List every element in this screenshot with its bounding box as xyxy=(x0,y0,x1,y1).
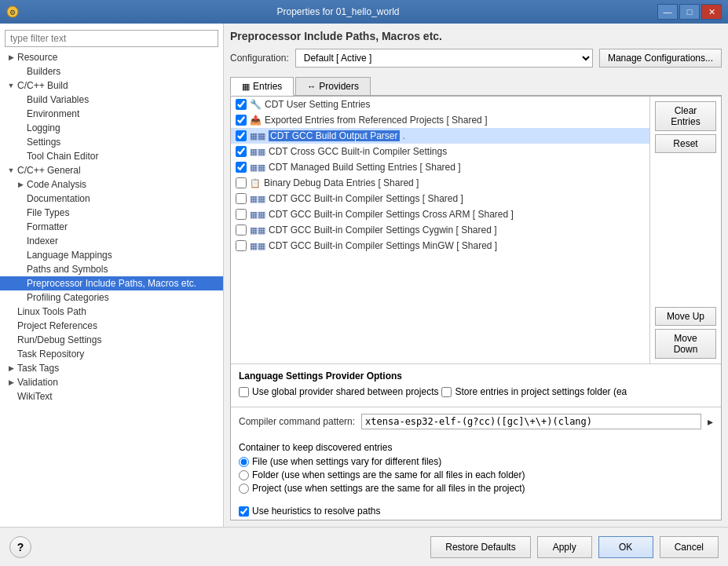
entry-item-e10[interactable]: ▦▦ CDT GCC Built-in Compiler Settings Mi… xyxy=(231,238,649,254)
main-content: ▶ResourceBuilders▼C/C++ BuildBuild Varia… xyxy=(0,24,728,527)
entry-checkbox-e6[interactable] xyxy=(236,177,247,188)
sidebar-item-indexer[interactable]: Indexer xyxy=(0,234,223,248)
tree-label: Language Mappings xyxy=(27,250,112,261)
heuristics-checkbox[interactable] xyxy=(239,506,249,517)
sidebar-item-documentation[interactable]: Documentation xyxy=(0,192,223,206)
move-up-button[interactable]: Move Up xyxy=(655,307,716,326)
sidebar-item-project-references[interactable]: Project References xyxy=(0,319,223,333)
cancel-button[interactable]: Cancel xyxy=(660,536,719,558)
entry-icon: ▦▦ xyxy=(250,131,265,141)
reset-button[interactable]: Reset xyxy=(655,134,716,153)
sidebar-item-linux-tools-path[interactable]: Linux Tools Path xyxy=(0,305,223,319)
clear-entries-button[interactable]: Clear Entries xyxy=(655,101,716,131)
tree-label: WikiText xyxy=(17,391,53,402)
panel-title: Preprocessor Include Paths, Macros etc. xyxy=(230,30,722,42)
entry-item-e9[interactable]: ▦▦ CDT GCC Built-in Compiler Settings Cy… xyxy=(231,222,649,238)
entry-item-e8[interactable]: ▦▦ CDT GCC Built-in Compiler Settings Cr… xyxy=(231,206,649,222)
sidebar-item-resource[interactable]: ▶Resource xyxy=(0,50,223,64)
tree-label: Task Repository xyxy=(17,349,84,360)
expand-icon: ▼ xyxy=(6,166,16,174)
sidebar-item-cpp-build[interactable]: ▼C/C++ Build xyxy=(0,79,223,93)
ok-button[interactable]: OK xyxy=(598,536,653,558)
sidebar-item-file-types[interactable]: File Types xyxy=(0,206,223,220)
entries-tab-label: Entries xyxy=(253,81,282,92)
entry-checkbox-e9[interactable] xyxy=(236,225,247,236)
expand-icon: ▶ xyxy=(6,378,16,386)
entry-checkbox-e1[interactable] xyxy=(236,99,247,110)
entry-item-e2[interactable]: 📤 Exported Entries from Referenced Proje… xyxy=(231,112,649,128)
sidebar-item-language-mappings[interactable]: Language Mappings xyxy=(0,248,223,262)
sidebar-item-builders[interactable]: Builders xyxy=(0,64,223,79)
entry-icon: ▦▦ xyxy=(250,194,265,204)
tree-label: Documentation xyxy=(27,193,90,204)
entry-checkbox-e10[interactable] xyxy=(236,240,247,251)
minimize-button[interactable]: — xyxy=(657,4,678,20)
entry-item-e6[interactable]: 📋 Binary Debug Data Entries [ Shared ] xyxy=(231,175,649,191)
help-button[interactable]: ? xyxy=(9,536,31,558)
entry-text: CDT User Setting Entries xyxy=(265,99,371,110)
compiler-input[interactable] xyxy=(361,414,701,429)
entry-item-e7[interactable]: ▦▦ CDT GCC Built-in Compiler Settings [ … xyxy=(231,191,649,206)
sidebar-item-paths-and-symbols[interactable]: Paths and Symbols xyxy=(0,262,223,276)
entry-text: CDT GCC Built-in Compiler Settings Cross… xyxy=(269,209,514,220)
apply-button[interactable]: Apply xyxy=(537,536,592,558)
window-controls[interactable]: — □ ✕ xyxy=(657,4,722,20)
entry-item-e5[interactable]: ▦▦ CDT Managed Build Setting Entries [ S… xyxy=(231,159,649,175)
global-provider-checkbox[interactable] xyxy=(239,387,249,397)
entry-checkbox-e5[interactable] xyxy=(236,162,247,173)
close-button[interactable]: ✕ xyxy=(701,4,722,20)
container-project-radio[interactable] xyxy=(239,484,249,494)
container-folder-radio[interactable] xyxy=(239,470,249,480)
entry-checkbox-e3[interactable] xyxy=(236,130,247,141)
app-icon: ⚙ xyxy=(6,5,19,18)
providers-tab-label: Providers xyxy=(319,81,359,92)
entry-text: CDT GCC Built-in Compiler Settings [ Sha… xyxy=(269,193,463,204)
container-file-radio[interactable] xyxy=(239,457,249,467)
sidebar-item-formatter[interactable]: Formatter xyxy=(0,220,223,234)
sidebar-item-environment[interactable]: Environment xyxy=(0,107,223,121)
tree-label: Builders xyxy=(27,66,60,77)
expand-icon: ▶ xyxy=(16,181,25,188)
sidebar-item-wikitext[interactable]: WikiText xyxy=(0,389,223,404)
filter-input[interactable] xyxy=(5,30,218,47)
sidebar-item-preprocessor-include[interactable]: Preprocessor Include Paths, Macros etc. xyxy=(0,276,223,290)
entry-item-e3[interactable]: ▦▦ CDT GCC Build Output Parser . xyxy=(231,128,649,144)
sidebar-item-task-repository[interactable]: Task Repository xyxy=(0,347,223,361)
entry-icon: ▦▦ xyxy=(250,147,265,157)
sidebar-item-tool-chain-editor[interactable]: Tool Chain Editor xyxy=(0,149,223,163)
sidebar-item-run-debug-settings[interactable]: Run/Debug Settings xyxy=(0,333,223,347)
sidebar-item-task-tags[interactable]: ▶Task Tags xyxy=(0,361,223,375)
sidebar-item-code-analysis[interactable]: ▶Code Analysis xyxy=(0,177,223,192)
maximize-button[interactable]: □ xyxy=(679,4,700,20)
sidebar-item-logging[interactable]: Logging xyxy=(0,121,223,135)
entry-icon: ▦▦ xyxy=(250,162,265,173)
manage-configurations-button[interactable]: Manage Configurations... xyxy=(599,49,722,68)
move-down-button[interactable]: Move Down xyxy=(655,329,716,359)
entry-checkbox-e2[interactable] xyxy=(236,115,247,126)
entry-checkbox-e8[interactable] xyxy=(236,209,247,220)
container-folder-row: Folder (use when settings are the same f… xyxy=(239,469,713,480)
language-settings-section: Language Settings Provider Options Use g… xyxy=(231,363,721,407)
lang-settings-title: Language Settings Provider Options xyxy=(239,371,713,382)
entry-item-e4[interactable]: ▦▦ CDT Cross GCC Built-in Compiler Setti… xyxy=(231,144,649,159)
restore-defaults-button[interactable]: Restore Defaults xyxy=(430,536,530,558)
sidebar-item-profiling-categories[interactable]: Profiling Categories xyxy=(0,290,223,305)
sidebar-item-build-variables[interactable]: Build Variables xyxy=(0,93,223,107)
entry-item-e1[interactable]: 🔧 CDT User Setting Entries xyxy=(231,97,649,112)
entry-text: CDT Managed Build Setting Entries [ Shar… xyxy=(269,162,461,173)
tab-entries[interactable]: ▦ Entries xyxy=(230,77,294,96)
entry-icon: ▦▦ xyxy=(250,210,265,220)
compiler-label: Compiler command pattern: xyxy=(239,416,355,427)
tab-providers[interactable]: ↔ Providers xyxy=(295,77,371,95)
sidebar-item-validation[interactable]: ▶Validation xyxy=(0,375,223,389)
store-entries-checkbox[interactable] xyxy=(441,387,452,397)
entry-checkbox-e7[interactable] xyxy=(236,193,247,204)
config-select[interactable]: Default [ Active ] xyxy=(295,49,593,68)
entry-checkbox-e4[interactable] xyxy=(236,146,247,157)
sidebar-item-cpp-general[interactable]: ▼C/C++ General xyxy=(0,163,223,177)
tree-label: Preprocessor Include Paths, Macros etc. xyxy=(27,278,196,289)
tree-label: Project References xyxy=(17,320,97,331)
sidebar-item-settings[interactable]: Settings xyxy=(0,135,223,149)
store-entries-label: Store entries in project settings folder… xyxy=(455,386,627,397)
heuristics-label: Use heuristics to resolve paths xyxy=(252,506,380,517)
